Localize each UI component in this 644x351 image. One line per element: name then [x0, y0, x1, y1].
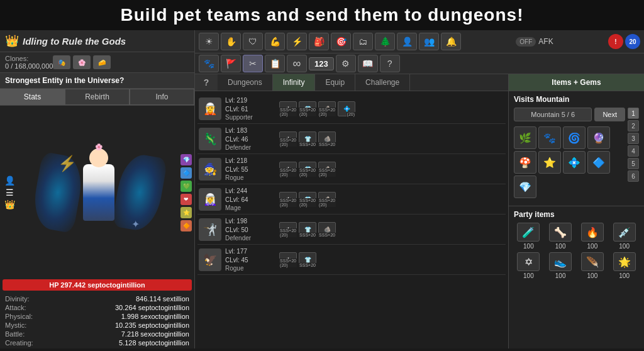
dungeon-items-6: 🗡SSS+20 (20) 👕SSS+20 — [279, 252, 504, 267]
item-slot-6-1: 🗡SSS+20 (20) — [279, 252, 297, 267]
mountain-item-7: 💠 — [563, 151, 586, 174]
toolbar-btn-tree[interactable]: 🌲 — [375, 33, 395, 50]
toolbar-btn-muscle[interactable]: 💪 — [265, 33, 285, 50]
stat-battle: Battle: 7.218 sexoctogintillion — [5, 330, 189, 338]
party-item-count-8: 100 — [619, 272, 630, 279]
char-icon-list: ☰ — [6, 187, 14, 198]
item-slot-4-2: 👕SSS+20 (20) — [299, 192, 316, 207]
stat-value-attack: 30.264 septoctogintillion — [115, 304, 189, 311]
gem-green: 💚 — [180, 181, 192, 192]
dungeon-role-3: Rogue — [225, 174, 275, 181]
stat-value-battle: 7.218 sexoctogintillion — [121, 330, 189, 338]
tab-infinity[interactable]: Infinity — [273, 74, 316, 91]
clone-icon-3: 🧀 — [93, 55, 111, 69]
main-container: 👑 Idling to Rule the Gods Clones: 0 / 16… — [0, 30, 644, 348]
dungeon-avatar-6: 🦅 — [199, 248, 221, 271]
dungeon-entry-2: 🦎 Lvl: 183 CLvl: 46 Defender 🗡SSS+20 (20… — [197, 124, 506, 154]
stat-value-physical: 1.998 sexoctogintillion — [121, 313, 189, 320]
next-button[interactable]: Next — [594, 108, 625, 121]
toolbar-btn-bell[interactable]: 🔔 — [441, 33, 461, 50]
party-item-icon-4: 💉 — [613, 223, 636, 242]
clone-icon-1: 🎭 — [53, 55, 70, 69]
mountain-item-2: 🐾 — [538, 126, 561, 149]
page-num-1[interactable]: 1 — [628, 108, 639, 119]
party-item-count-2: 100 — [555, 243, 566, 250]
toggle-switch[interactable]: OFF — [516, 37, 536, 47]
dungeon-lvl-4: Lvl: 244 — [225, 187, 275, 196]
toolbar-btn-lightning[interactable]: ⚡ — [287, 33, 307, 50]
toolbar-btn-paw[interactable]: 🐾 — [199, 55, 219, 72]
gem-purple: 💎 — [180, 154, 192, 165]
entity-title: Strongest Entity in the Universe? — [0, 73, 194, 89]
mountain-item-8: 🔷 — [587, 151, 610, 174]
mountain-main: Mountain 5 / 6 Next 🌿 🐾 🌀 🔮 🍄 ⭐ — [514, 108, 625, 202]
toolbar-btn-person[interactable]: 👤 — [397, 33, 417, 50]
toolbar-btn-group[interactable]: 👥 — [419, 33, 439, 50]
wing-detail-left: ⚡ — [58, 155, 77, 172]
dungeon-list: 🧝 Lvl: 219 CLvl: 61 Supporter 🗡SSS+20 (2… — [195, 91, 508, 348]
tab-dungeons[interactable]: Dungeons — [218, 74, 273, 91]
party-item-count-3: 100 — [587, 243, 598, 250]
header-banner: Build pet teams and send them to dungeon… — [0, 0, 644, 30]
toolbar-btn-clipboard[interactable]: 📋 — [265, 55, 285, 72]
page-num-6[interactable]: 6 — [628, 170, 639, 182]
dungeon-items-2: 🗡SSS+20 (20) 👕SSS+20 🪨SSS+20 — [279, 131, 504, 147]
party-item-icon-1: 🧪 — [517, 223, 540, 242]
mountain-nav-wrapper: Mountain 5 / 6 Next 🌿 🐾 🌀 🔮 🍄 ⭐ — [514, 108, 639, 202]
visits-mountain: Visits Mountain Mountain 5 / 6 Next 🌿 — [509, 91, 644, 206]
toolbar-btn-question[interactable]: ? — [380, 55, 400, 72]
mountain-nav: Mountain 5 / 6 Next — [514, 108, 625, 121]
toolbar-btn-bag[interactable]: 🎒 — [309, 33, 329, 50]
game-header: 👑 Idling to Rule the Gods — [0, 30, 194, 52]
toggle-off-label: OFF — [519, 38, 532, 45]
dungeon-avatar-3: 🧙 — [199, 158, 221, 181]
tab-stats[interactable]: Stats — [0, 89, 65, 105]
stat-mystic: Mystic: 10.235 septoctogintillion — [5, 321, 189, 330]
toolbar-btn-target[interactable]: 🎯 — [331, 33, 351, 50]
char-head: 🌸 — [89, 148, 108, 167]
mountain-label[interactable]: Mountain 5 / 6 — [514, 108, 592, 121]
item-slot-1-2: 👕SSS+20 (20) — [299, 101, 316, 116]
tab-rebirth[interactable]: Rebirth — [65, 89, 130, 105]
toolbar-btn-infinity[interactable]: ∞ — [287, 55, 307, 72]
toolbar-btn-folder[interactable]: 🗂 — [353, 33, 373, 50]
tab-challenge[interactable]: Challenge — [355, 74, 410, 91]
toolbar-btn-scissors[interactable]: ✂ — [243, 55, 263, 72]
party-item-4: 💉 100 — [609, 223, 639, 250]
party-item-icon-6: 👟 — [549, 252, 572, 271]
party-item-count-1: 100 — [523, 243, 534, 250]
toolbar-btn-gear[interactable]: ⚙ — [336, 55, 356, 72]
header-title: Build pet teams and send them to dungeon… — [121, 5, 524, 25]
stat-value-divinity: 846.114 sextillion — [136, 295, 189, 303]
gem-icons-right: 💎 🔷 💚 ❤ ⭐ 🔶 — [178, 106, 194, 279]
party-grid: 🧪 100 🦴 100 🔥 100 💉 — [514, 223, 639, 279]
dungeon-avatar-5: 🤺 — [199, 218, 221, 241]
party-item-count-4: 100 — [619, 243, 630, 250]
item-slot-1-3: 🪨SSS+20 (20) — [318, 101, 336, 116]
clones-section: Clones: 0 / 168,000,000 🎭 🌸 🧀 — [0, 52, 194, 73]
visits-title: Visits Mountain — [514, 95, 639, 104]
tab-question[interactable]: ? — [195, 74, 218, 91]
toolbar-btn-flag[interactable]: 🚩 — [221, 55, 241, 72]
toolbar-btn-book[interactable]: 📖 — [358, 55, 378, 72]
item-slot-3-1: 🗡SSS+20 (20) — [279, 162, 297, 177]
dungeon-role-1: Supporter — [225, 114, 275, 121]
clones-label: Clones: — [5, 55, 53, 62]
mountain-items-grid: 🌿 🐾 🌀 🔮 🍄 ⭐ 💠 🔷 💎 — [514, 126, 625, 198]
page-num-3[interactable]: 3 — [628, 133, 639, 144]
content-area: ? Dungeons Infinity Equip Challenge 🧝 Lv… — [195, 74, 644, 348]
dungeon-clvl-6: CLvl: 45 — [225, 256, 275, 265]
tab-info[interactable]: Info — [130, 89, 194, 105]
page-num-2[interactable]: 2 — [628, 120, 639, 131]
character-sprite: 🌸 ⚡ ✦ — [19, 106, 178, 279]
page-num-5[interactable]: 5 — [628, 158, 639, 169]
toolbar-btn-hand[interactable]: ✋ — [221, 33, 241, 50]
page-num-4[interactable]: 4 — [628, 145, 639, 157]
items-gems-tab[interactable]: Items + Gems — [509, 74, 644, 91]
toolbar-btn-sun[interactable]: ☀ — [199, 33, 219, 50]
gem-yellow: ⭐ — [180, 207, 192, 218]
tab-equip[interactable]: Equip — [315, 74, 355, 91]
num-badge[interactable]: 123 — [309, 57, 334, 70]
toolbar-btn-shield[interactable]: 🛡 — [243, 33, 263, 50]
wing-detail-right: ✦ — [131, 218, 140, 230]
